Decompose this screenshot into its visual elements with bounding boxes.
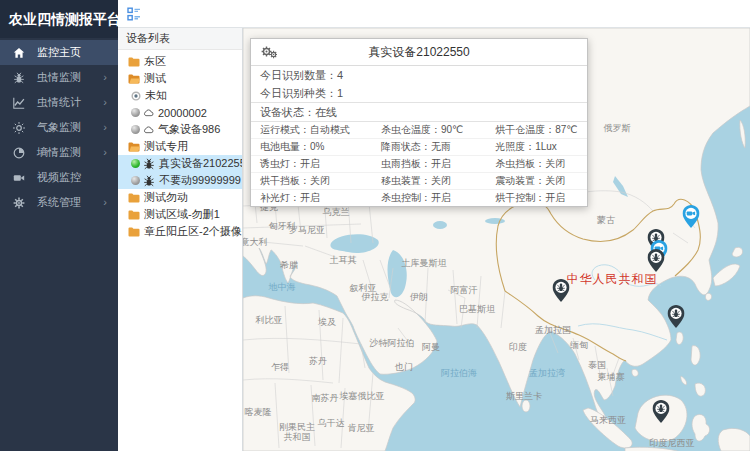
tree-label: 20000002 [158,107,207,119]
status-ball-gray [131,125,140,134]
chevron-right-icon: › [103,72,107,83]
tree-label: 测试区域-勿删1 [144,207,220,222]
sidebar-item-video[interactable]: 视频监控 [0,165,118,190]
folder-closed-icon [128,57,140,67]
popup-detail-cell: 震动装置：关闭 [486,173,587,190]
video-icon [13,172,27,184]
map-pin-camera[interactable] [683,205,700,228]
popup-detail-cell: 虫雨挡板：开启 [372,156,486,173]
popup-detail-cell: 运行模式：自动模式 [251,122,372,139]
tree-device[interactable]: 未知 [118,87,242,104]
tree-label: 真实设备21022550 [159,156,242,171]
sidebar-item-label: 视频监控 [37,170,81,185]
map-canvas[interactable]: 俄罗斯蒙古中华人民共和国乌克兰捷克匈牙利罗马尼亚意大利希腊土耳其地中海叙利亚伊拉… [243,28,750,451]
tree-label: 东区 [144,54,166,69]
app-title: 农业四情测报平台 [0,0,118,38]
popup-detail-cell: 诱虫灯：开启 [251,156,372,173]
popup-detail-cell: 电池电量：0% [251,139,372,156]
popup-status-row: 设备状态：在线 [251,103,587,122]
sidebar-item-label: 虫情监测 [37,70,81,85]
device-popup: 真实设备21022550 今日识别数量：4 今日识别种类：1 设备状态：在线 运… [250,38,588,207]
tree-label: 未知 [145,88,167,103]
tree-folder[interactable]: 测试 [118,70,242,87]
popup-detail-cell: 烘干控制：开启 [486,190,587,206]
chevron-right-icon: › [103,122,107,133]
tree-label: 测试勿动 [144,190,188,205]
tree-label: 章丘阳丘区-2个摄像头 [144,224,242,239]
moisture-icon [13,147,27,159]
popup-detail-cell: 烘干仓温度：87℃ [486,122,587,139]
insect-icon [13,72,27,84]
tree-folder[interactable]: 章丘阳丘区-2个摄像头 [118,223,242,240]
device-panel: 设备列表 东区测试未知20000002气象设备986测试专用真实设备210225… [118,28,243,451]
map-pin-insect[interactable] [648,249,665,272]
device-tree: 东区测试未知20000002气象设备986测试专用真实设备21022550不要动… [118,50,242,240]
popup-count-row: 今日识别数量：4 [251,66,587,84]
status-ball-gray [131,176,140,185]
folder-closed-icon [128,193,140,203]
map-pin-insect[interactable] [553,279,570,302]
sidebar-item-label: 气象监测 [37,120,81,135]
topbar [118,0,750,28]
popup-detail-cell: 杀虫挡板：关闭 [486,156,587,173]
weather-icon [13,122,27,134]
chevron-right-icon: › [103,97,107,108]
popup-header: 真实设备21022550 [251,39,587,66]
folder-open-icon [128,74,140,84]
device-panel-title: 设备列表 [118,28,242,50]
tree-label: 不要动99999999 [159,173,241,188]
tree-layout-icon[interactable] [127,6,143,22]
chevron-right-icon: › [103,197,107,208]
cloud-icon [143,109,154,117]
tree-label: 气象设备986 [158,122,220,137]
folder-closed-icon [128,227,140,237]
sidebar-item-label: 虫情统计 [37,95,81,110]
popup-detail-cell: 杀虫控制：开启 [372,190,486,206]
popup-detail-grid: 运行模式：自动模式杀虫仓温度：90℃烘干仓温度：87℃电池电量：0%降雨状态：无… [251,122,587,206]
sidebar-item-label: 墒情监测 [37,145,81,160]
sidebar-item-chart[interactable]: 虫情统计› [0,90,118,115]
popup-detail-cell: 移虫装置：关闭 [372,173,486,190]
map-pin-insect[interactable] [653,400,670,423]
sidebar-item-label: 监控主页 [37,45,81,60]
sidebar: 农业四情测报平台 监控主页虫情监测›虫情统计›气象监测›墒情监测›视频监控系统管… [0,0,118,451]
popup-detail-cell: 杀虫仓温度：90℃ [372,122,486,139]
tree-folder[interactable]: 测试区域-勿删1 [118,206,242,223]
chevron-right-icon: › [103,147,107,158]
sidebar-item-insect[interactable]: 虫情监测› [0,65,118,90]
popup-title: 真实设备21022550 [251,44,587,61]
sidebar-item-label: 系统管理 [37,195,81,210]
sidebar-item-moisture[interactable]: 墒情监测› [0,140,118,165]
tree-device[interactable]: 真实设备21022550 [118,155,242,172]
popup-detail-cell: 光照度：1Lux [486,139,587,156]
tree-folder[interactable]: 东区 [118,53,242,70]
popup-detail-cell: 降雨状态：无雨 [372,139,486,156]
status-ball-green [131,159,140,168]
tree-device[interactable]: 20000002 [118,104,242,121]
tree-device[interactable]: 气象设备986 [118,121,242,138]
status-ball-gray [131,108,140,117]
home-icon [13,47,27,59]
chart-icon [13,97,27,109]
popup-detail-cell: 补光灯：开启 [251,190,372,206]
tree-folder[interactable]: 测试勿动 [118,189,242,206]
folder-closed-icon [128,210,140,220]
sidebar-item-weather[interactable]: 气象监测› [0,115,118,140]
insect-icon [143,158,155,170]
tree-device[interactable]: 不要动99999999 [118,172,242,189]
unknown-icon [131,91,141,101]
sidebar-menu: 监控主页虫情监测›虫情统计›气象监测›墒情监测›视频监控系统管理› [0,38,118,215]
map-pin-insect[interactable] [668,305,685,328]
tree-label: 测试 [144,71,166,86]
gear-icon [13,197,27,209]
cloud-icon [143,126,154,134]
sidebar-item-gear[interactable]: 系统管理› [0,190,118,215]
popup-detail-cell: 烘干挡板：关闭 [251,173,372,190]
tree-folder[interactable]: 测试专用 [118,138,242,155]
insect-icon [143,175,155,187]
popup-species-row: 今日识别种类：1 [251,84,587,103]
sidebar-item-home[interactable]: 监控主页 [0,40,118,65]
folder-open-icon [128,142,140,152]
tree-label: 测试专用 [144,139,188,154]
